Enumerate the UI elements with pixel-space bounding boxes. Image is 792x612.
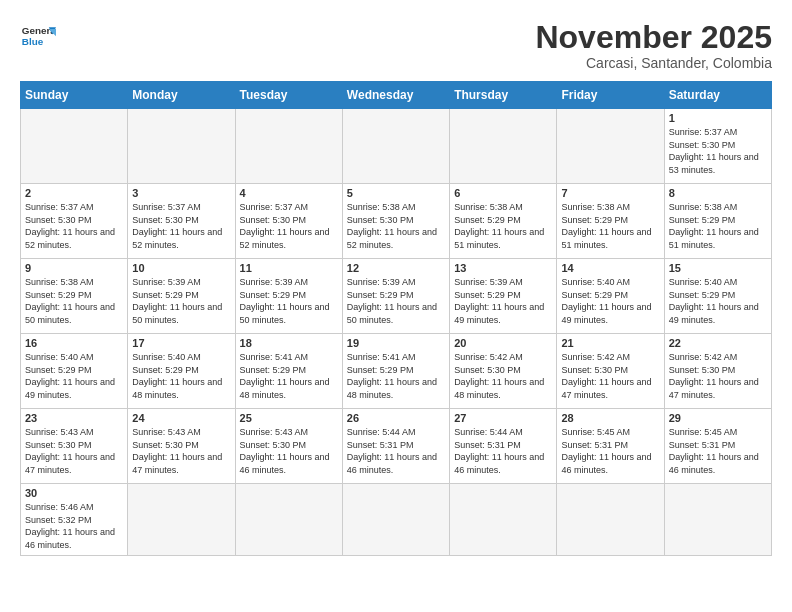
calendar-cell <box>21 109 128 184</box>
logo: General Blue <box>20 20 56 56</box>
calendar-cell: 30Sunrise: 5:46 AM Sunset: 5:32 PM Dayli… <box>21 484 128 555</box>
day-info: Sunrise: 5:38 AM Sunset: 5:29 PM Dayligh… <box>25 276 123 326</box>
day-number: 25 <box>240 412 338 424</box>
week-row-1: 1Sunrise: 5:37 AM Sunset: 5:30 PM Daylig… <box>21 109 772 184</box>
day-number: 28 <box>561 412 659 424</box>
day-number: 12 <box>347 262 445 274</box>
day-info: Sunrise: 5:37 AM Sunset: 5:30 PM Dayligh… <box>132 201 230 251</box>
title-area: November 2025 Carcasi, Santander, Colomb… <box>535 20 772 71</box>
col-header-friday: Friday <box>557 82 664 109</box>
day-info: Sunrise: 5:44 AM Sunset: 5:31 PM Dayligh… <box>347 426 445 476</box>
calendar-cell: 26Sunrise: 5:44 AM Sunset: 5:31 PM Dayli… <box>342 409 449 484</box>
day-number: 2 <box>25 187 123 199</box>
calendar-cell: 15Sunrise: 5:40 AM Sunset: 5:29 PM Dayli… <box>664 259 771 334</box>
calendar-cell: 6Sunrise: 5:38 AM Sunset: 5:29 PM Daylig… <box>450 184 557 259</box>
day-info: Sunrise: 5:40 AM Sunset: 5:29 PM Dayligh… <box>561 276 659 326</box>
day-info: Sunrise: 5:40 AM Sunset: 5:29 PM Dayligh… <box>669 276 767 326</box>
calendar-cell: 9Sunrise: 5:38 AM Sunset: 5:29 PM Daylig… <box>21 259 128 334</box>
day-number: 9 <box>25 262 123 274</box>
day-info: Sunrise: 5:42 AM Sunset: 5:30 PM Dayligh… <box>454 351 552 401</box>
calendar-cell: 3Sunrise: 5:37 AM Sunset: 5:30 PM Daylig… <box>128 184 235 259</box>
calendar-cell: 18Sunrise: 5:41 AM Sunset: 5:29 PM Dayli… <box>235 334 342 409</box>
col-header-thursday: Thursday <box>450 82 557 109</box>
calendar-cell <box>342 109 449 184</box>
calendar-cell: 16Sunrise: 5:40 AM Sunset: 5:29 PM Dayli… <box>21 334 128 409</box>
day-number: 4 <box>240 187 338 199</box>
day-info: Sunrise: 5:45 AM Sunset: 5:31 PM Dayligh… <box>561 426 659 476</box>
day-info: Sunrise: 5:40 AM Sunset: 5:29 PM Dayligh… <box>25 351 123 401</box>
day-number: 20 <box>454 337 552 349</box>
calendar-cell: 19Sunrise: 5:41 AM Sunset: 5:29 PM Dayli… <box>342 334 449 409</box>
calendar-cell: 27Sunrise: 5:44 AM Sunset: 5:31 PM Dayli… <box>450 409 557 484</box>
day-info: Sunrise: 5:43 AM Sunset: 5:30 PM Dayligh… <box>240 426 338 476</box>
day-number: 27 <box>454 412 552 424</box>
day-info: Sunrise: 5:37 AM Sunset: 5:30 PM Dayligh… <box>25 201 123 251</box>
day-number: 5 <box>347 187 445 199</box>
day-info: Sunrise: 5:39 AM Sunset: 5:29 PM Dayligh… <box>240 276 338 326</box>
week-row-4: 16Sunrise: 5:40 AM Sunset: 5:29 PM Dayli… <box>21 334 772 409</box>
day-number: 15 <box>669 262 767 274</box>
calendar-cell <box>235 109 342 184</box>
calendar-cell: 24Sunrise: 5:43 AM Sunset: 5:30 PM Dayli… <box>128 409 235 484</box>
calendar-cell: 8Sunrise: 5:38 AM Sunset: 5:29 PM Daylig… <box>664 184 771 259</box>
day-info: Sunrise: 5:39 AM Sunset: 5:29 PM Dayligh… <box>454 276 552 326</box>
day-info: Sunrise: 5:41 AM Sunset: 5:29 PM Dayligh… <box>240 351 338 401</box>
calendar-cell: 7Sunrise: 5:38 AM Sunset: 5:29 PM Daylig… <box>557 184 664 259</box>
day-number: 10 <box>132 262 230 274</box>
day-info: Sunrise: 5:39 AM Sunset: 5:29 PM Dayligh… <box>132 276 230 326</box>
day-number: 21 <box>561 337 659 349</box>
day-number: 8 <box>669 187 767 199</box>
week-row-6: 30Sunrise: 5:46 AM Sunset: 5:32 PM Dayli… <box>21 484 772 555</box>
day-number: 23 <box>25 412 123 424</box>
calendar-cell: 22Sunrise: 5:42 AM Sunset: 5:30 PM Dayli… <box>664 334 771 409</box>
day-number: 13 <box>454 262 552 274</box>
calendar-cell: 17Sunrise: 5:40 AM Sunset: 5:29 PM Dayli… <box>128 334 235 409</box>
calendar-cell: 25Sunrise: 5:43 AM Sunset: 5:30 PM Dayli… <box>235 409 342 484</box>
day-number: 3 <box>132 187 230 199</box>
week-row-2: 2Sunrise: 5:37 AM Sunset: 5:30 PM Daylig… <box>21 184 772 259</box>
day-info: Sunrise: 5:41 AM Sunset: 5:29 PM Dayligh… <box>347 351 445 401</box>
calendar-cell <box>664 484 771 555</box>
day-info: Sunrise: 5:38 AM Sunset: 5:30 PM Dayligh… <box>347 201 445 251</box>
calendar-cell <box>450 109 557 184</box>
calendar-table: SundayMondayTuesdayWednesdayThursdayFrid… <box>20 81 772 555</box>
day-info: Sunrise: 5:44 AM Sunset: 5:31 PM Dayligh… <box>454 426 552 476</box>
week-row-5: 23Sunrise: 5:43 AM Sunset: 5:30 PM Dayli… <box>21 409 772 484</box>
day-number: 30 <box>25 487 123 499</box>
calendar-header-row: SundayMondayTuesdayWednesdayThursdayFrid… <box>21 82 772 109</box>
calendar-cell: 10Sunrise: 5:39 AM Sunset: 5:29 PM Dayli… <box>128 259 235 334</box>
day-info: Sunrise: 5:38 AM Sunset: 5:29 PM Dayligh… <box>561 201 659 251</box>
calendar-cell: 13Sunrise: 5:39 AM Sunset: 5:29 PM Dayli… <box>450 259 557 334</box>
month-title: November 2025 <box>535 20 772 55</box>
col-header-saturday: Saturday <box>664 82 771 109</box>
col-header-monday: Monday <box>128 82 235 109</box>
day-info: Sunrise: 5:42 AM Sunset: 5:30 PM Dayligh… <box>561 351 659 401</box>
calendar-cell <box>128 109 235 184</box>
calendar-cell <box>342 484 449 555</box>
calendar-cell <box>557 484 664 555</box>
day-info: Sunrise: 5:37 AM Sunset: 5:30 PM Dayligh… <box>240 201 338 251</box>
day-number: 1 <box>669 112 767 124</box>
day-number: 19 <box>347 337 445 349</box>
day-info: Sunrise: 5:43 AM Sunset: 5:30 PM Dayligh… <box>132 426 230 476</box>
calendar-cell: 28Sunrise: 5:45 AM Sunset: 5:31 PM Dayli… <box>557 409 664 484</box>
calendar-cell <box>235 484 342 555</box>
calendar-cell: 12Sunrise: 5:39 AM Sunset: 5:29 PM Dayli… <box>342 259 449 334</box>
calendar-cell <box>128 484 235 555</box>
col-header-wednesday: Wednesday <box>342 82 449 109</box>
col-header-sunday: Sunday <box>21 82 128 109</box>
day-number: 26 <box>347 412 445 424</box>
calendar-cell: 14Sunrise: 5:40 AM Sunset: 5:29 PM Dayli… <box>557 259 664 334</box>
day-number: 29 <box>669 412 767 424</box>
day-number: 14 <box>561 262 659 274</box>
calendar-cell: 11Sunrise: 5:39 AM Sunset: 5:29 PM Dayli… <box>235 259 342 334</box>
day-number: 11 <box>240 262 338 274</box>
calendar-cell: 29Sunrise: 5:45 AM Sunset: 5:31 PM Dayli… <box>664 409 771 484</box>
day-info: Sunrise: 5:45 AM Sunset: 5:31 PM Dayligh… <box>669 426 767 476</box>
day-number: 17 <box>132 337 230 349</box>
day-number: 7 <box>561 187 659 199</box>
location-subtitle: Carcasi, Santander, Colombia <box>535 55 772 71</box>
logo-icon: General Blue <box>20 20 56 56</box>
calendar-cell: 21Sunrise: 5:42 AM Sunset: 5:30 PM Dayli… <box>557 334 664 409</box>
calendar-cell: 20Sunrise: 5:42 AM Sunset: 5:30 PM Dayli… <box>450 334 557 409</box>
